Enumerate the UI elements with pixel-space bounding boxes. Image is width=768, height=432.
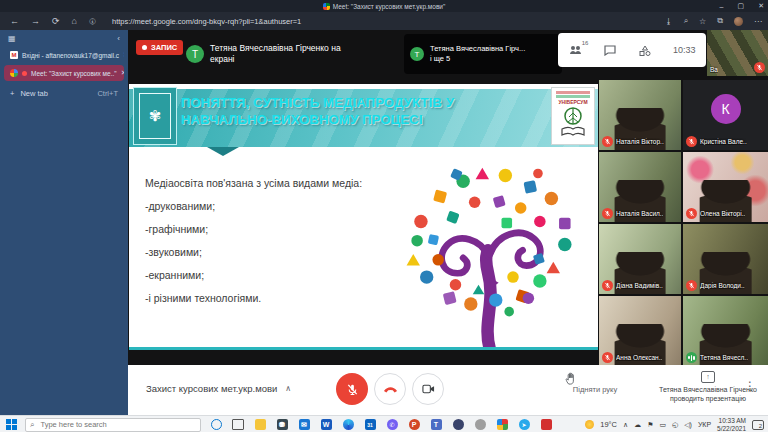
participant-tile[interactable]: Дарія Володи.. [683, 224, 768, 294]
onedrive-cloud-icon[interactable]: ☁ [634, 421, 641, 429]
emblem-icon: ✾ [139, 93, 171, 139]
slide-title: ПОНЯТТЯ, СУТНІСТЬ МЕДІАПРОДУКТІВ У НАВЧА… [181, 94, 541, 128]
presenter-line2: екрані [210, 54, 234, 64]
new-tab-button[interactable]: + New tab Ctrl+T [0, 83, 128, 104]
close-tab-icon[interactable]: ✕ [121, 69, 124, 77]
raise-hand-button[interactable]: Підняти руку [565, 372, 625, 394]
presenting-line1: Тетяна Вячеславівна Гірченко [659, 386, 757, 393]
meet-clock: 10:33 [673, 45, 696, 55]
meet-control-bar: Захист курсових мет.укр.мови ∧ Підняти р… [128, 365, 768, 415]
action-center-icon[interactable]: 2 [752, 420, 764, 430]
weather-temp[interactable]: 19°C [600, 420, 617, 429]
search-page-icon[interactable]: ⌕ [684, 16, 688, 26]
presenter-screen-tile[interactable]: Т Тетяна Вячеславівна Гірченко на екрані [186, 34, 396, 74]
task-view-icon[interactable] [231, 418, 245, 432]
slide-title-line1: ПОНЯТТЯ, СУТНІСТЬ МЕДІАПРОДУКТІВ У [181, 95, 454, 110]
discord-icon[interactable] [451, 418, 465, 432]
participant-tile[interactable]: К Кристіна Вале.. [683, 80, 768, 150]
screen: Меet: "Захист курсових мет.укр.мови" – ▢… [0, 0, 768, 432]
participant-tile[interactable]: Ва [707, 30, 768, 76]
tab-gmail[interactable]: M Вхідні - aftanenovauk17@gmail.c ✕ [4, 47, 124, 63]
close-button[interactable]: ✕ [758, 2, 764, 10]
presenter-line1: Тетяна Вячеславівна Гірченко на [210, 43, 341, 53]
photo-app-icon[interactable] [473, 418, 487, 432]
viber-icon[interactable]: ✆ [385, 418, 399, 432]
address-bar[interactable]: https://meet.google.com/dng-bkqv-rqh?pli… [112, 17, 301, 26]
more-options-icon[interactable]: ⋮ [744, 379, 756, 393]
home-icon[interactable]: ⌂ [72, 16, 77, 26]
meeting-details-chevron-icon[interactable]: ∧ [285, 384, 291, 393]
new-tab-label: New tab [20, 89, 48, 98]
mail-icon[interactable]: ✉ [297, 418, 311, 432]
activities-icon[interactable] [638, 44, 652, 56]
taskbar-search[interactable]: ⌕ [25, 418, 201, 432]
tab-meet-active[interactable]: Meet: "Захист курсових ме.." ✕ [4, 65, 124, 81]
network-icon[interactable]: ◵ [672, 421, 678, 429]
participants-count: 16 [582, 40, 589, 46]
hidden-icons-chevron[interactable]: ∧ [623, 421, 628, 429]
participant-avatar: К [711, 94, 741, 124]
volume-icon[interactable]: ◁) [684, 421, 692, 429]
logo-text-line [556, 91, 590, 94]
presenter-avatar: Т [186, 45, 204, 63]
browser-menu-icon[interactable]: ⋯ [754, 17, 762, 26]
cortana-icon[interactable] [209, 418, 223, 432]
weather-sun-icon[interactable] [585, 420, 594, 429]
calendar-app-icon[interactable]: 31 [363, 418, 377, 432]
notification-count: 2 [759, 423, 762, 429]
word-icon[interactable]: W [319, 418, 333, 432]
file-explorer-icon[interactable] [253, 418, 267, 432]
mic-muted-icon [686, 208, 697, 219]
mic-muted-icon [602, 208, 613, 219]
participant-tile[interactable]: Тетяна Вячесл.. [683, 296, 768, 366]
logo-text-line [556, 95, 590, 98]
mic-toggle-button[interactable] [336, 373, 368, 405]
language-indicator[interactable]: УКР [698, 421, 711, 428]
tray-display-icon[interactable]: ▭ [659, 421, 666, 429]
telegram-icon[interactable]: ➤ [517, 418, 531, 432]
windows-taskbar: ⌕ ⛃ ✉ W 31 ✆ P T ➤ 19°C ∧ ☁ ⚑ ▭ ◵ ◁) УКР [0, 415, 768, 432]
media-tree-graphic [390, 162, 590, 350]
forward-icon[interactable]: → [31, 16, 40, 26]
refresh-icon[interactable]: ⟳ [52, 16, 60, 26]
favorites-icon[interactable]: ☆ [699, 17, 706, 26]
pinwheel-app-icon[interactable] [495, 418, 509, 432]
store-icon[interactable]: ⛃ [275, 418, 289, 432]
time: 10:33 AM [719, 417, 746, 424]
collections-icon[interactable]: ⧉ [717, 16, 723, 26]
others-tile[interactable]: Т Тетяна Вячеславівна Гірч... і ще 5 [404, 34, 562, 74]
chat-icon[interactable] [603, 44, 617, 56]
powerpoint-icon[interactable]: P [407, 418, 421, 432]
back-icon[interactable]: ← [10, 16, 19, 26]
search-input[interactable] [38, 419, 182, 430]
recording-dot-icon [22, 71, 27, 76]
collapse-pane-icon[interactable]: ‹ [117, 34, 120, 43]
participant-tile[interactable]: Олена Вікторі.. [683, 152, 768, 222]
participant-tile[interactable]: Наталія Васил.. [599, 152, 681, 222]
participants-icon[interactable]: 16 [568, 44, 582, 56]
mic-muted-icon [602, 280, 613, 291]
search-icon: ⌕ [30, 420, 34, 430]
start-button[interactable] [6, 419, 17, 430]
site-info-icon[interactable]: 🛈 [89, 18, 96, 25]
hang-up-button[interactable] [374, 373, 406, 405]
edge-icon[interactable] [341, 418, 355, 432]
download-icon[interactable]: ⭳ [665, 17, 673, 26]
participant-tile[interactable]: Діана Вадимів.. [599, 224, 681, 294]
close-tab-icon[interactable]: ✕ [123, 51, 124, 59]
tray-flag-icon[interactable]: ⚑ [647, 421, 653, 429]
camera-toggle-button[interactable] [412, 373, 444, 405]
teams-icon[interactable]: T [429, 418, 443, 432]
tab-label: Meet: "Захист курсових ме.." [31, 70, 117, 77]
participant-tile[interactable]: Наталія Віктор.. [599, 80, 681, 150]
restore-button[interactable]: ▢ [738, 2, 745, 10]
present-icon: ↑ [701, 371, 715, 383]
taskbar-clock[interactable]: 10:33 AM 5/22/2021 [717, 417, 746, 432]
profile-avatar[interactable] [734, 17, 743, 26]
tab-actions-icon[interactable]: ▦ [8, 34, 16, 43]
participant-tile[interactable]: Анна Олексан.. [599, 296, 681, 366]
meet-header: ЗАПИС Т Тетяна Вячеславівна Гірченко на … [128, 30, 768, 80]
tree-book-logo-icon [558, 105, 588, 139]
red-app-icon[interactable] [539, 418, 553, 432]
minimize-button[interactable]: – [720, 3, 724, 10]
